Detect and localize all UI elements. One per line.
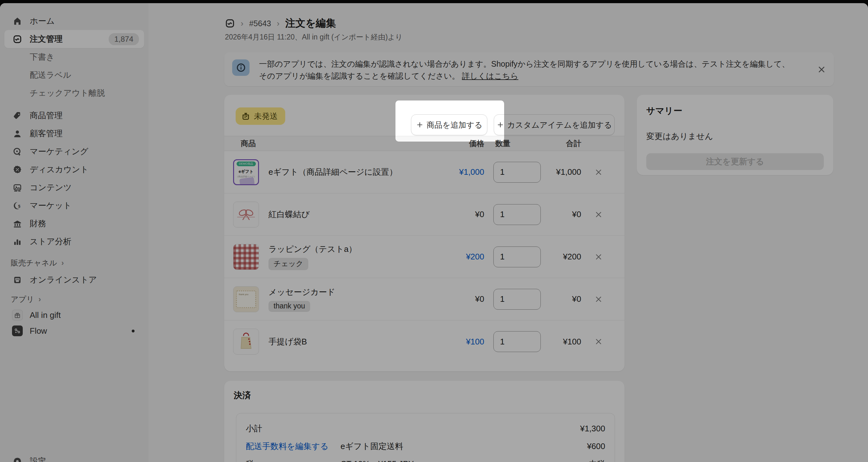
price-link[interactable]: ¥1,000 <box>459 167 484 177</box>
sidebar-item-markets[interactable]: $ マーケット <box>4 197 144 214</box>
table-row: DEMO商品 eギフト （商品詳細ページ） eギフト（商品詳細ページに設置） ¥… <box>224 151 624 193</box>
payment-row-detail: eギフト固定送料 <box>341 441 526 452</box>
line-total: ¥100 <box>541 337 581 347</box>
payment-summary-box: 小計 ¥1,300 配送手数料を編集する eギフト固定送料 ¥600 税 CT … <box>236 413 615 462</box>
payment-row-detail: CT 10%・¥155 JPY <box>341 459 526 462</box>
breadcrumb: › #5643 › 注文を編集 <box>225 17 336 30</box>
product-thumbnail-gingham <box>233 244 259 270</box>
sidebar-item-discounts[interactable]: ディスカウント <box>4 161 144 178</box>
sidebar-item-drafts[interactable]: 下書き <box>4 48 144 66</box>
product-name[interactable]: 手提げ袋B <box>268 336 436 347</box>
image-icon <box>12 182 23 193</box>
plus-icon <box>497 121 504 128</box>
main-content: › #5643 › 注文を編集 2026年4月16日 11:20、All in … <box>149 3 868 462</box>
column-total: 合計 <box>541 138 581 148</box>
unfulfilled-icon <box>241 112 250 121</box>
add-product-button[interactable]: 商品を追加する <box>411 114 487 135</box>
product-name[interactable]: eギフト（商品詳細ページに設置） <box>268 167 436 178</box>
add-custom-item-button[interactable]: カスタムアイテムを追加する <box>494 114 615 135</box>
order-items-card: 未発送 商品を追加する カスタムアイテムを追加する 商品 価格 数量 合計 <box>224 95 624 371</box>
globe-dollar-icon: $ <box>12 200 23 211</box>
sidebar-item-all-in-gift[interactable]: All in gift <box>4 307 144 323</box>
page-title: 注文を編集 <box>285 17 336 30</box>
variant-badge: チェック <box>269 258 308 270</box>
sidebar-item-label: ホーム <box>30 16 55 27</box>
remove-item-icon[interactable] <box>581 168 616 177</box>
sidebar-item-settings[interactable]: 設定 <box>4 452 144 462</box>
storefront-icon <box>12 275 23 285</box>
update-order-button[interactable]: 注文を更新する <box>646 153 824 170</box>
items-table-header: 商品 価格 数量 合計 <box>224 136 624 151</box>
product-name[interactable]: メッセージカード <box>269 287 436 298</box>
sidebar-item-content[interactable]: コンテンツ <box>4 178 144 197</box>
product-thumbnail-bag <box>233 329 259 354</box>
product-name[interactable]: 紅白蝶結び <box>268 209 436 220</box>
items-table-body: DEMO商品 eギフト （商品詳細ページ） eギフト（商品詳細ページに設置） ¥… <box>224 151 624 363</box>
orders-icon <box>12 34 23 45</box>
sidebar-item-shipping-labels[interactable]: 配送ラベル <box>4 66 144 84</box>
fulfillment-status-badge: 未発送 <box>236 108 285 125</box>
table-row: 紅白蝶結び ¥0 ¥0 <box>224 193 624 236</box>
quantity-input[interactable] <box>493 247 541 267</box>
line-total: ¥1,000 <box>541 167 581 177</box>
sidebar-section-sales-channels[interactable]: 販売チャネル › <box>4 255 144 271</box>
price-link[interactable]: ¥100 <box>466 337 484 346</box>
summary-title: サマリー <box>646 105 824 117</box>
banner-close-icon[interactable] <box>817 65 826 74</box>
column-quantity: 数量 <box>493 138 541 148</box>
flow-app-icon <box>12 325 23 336</box>
svg-text:$: $ <box>18 204 21 208</box>
home-icon <box>12 16 23 27</box>
quantity-input[interactable] <box>493 162 541 183</box>
product-name[interactable]: ラッピング（テストa） <box>269 243 436 255</box>
sidebar-item-products[interactable]: 商品管理 <box>4 107 144 124</box>
remove-item-icon[interactable] <box>581 337 616 346</box>
info-banner: 一部のアプリでは、注文の編集が認識されない場合があります。Shopifyから注文… <box>224 52 834 86</box>
sidebar-item-flow[interactable]: Flow <box>4 323 144 339</box>
sidebar-item-home[interactable]: ホーム <box>4 12 144 30</box>
quantity-input[interactable] <box>493 204 541 225</box>
table-row: thank you メッセージカード thank you ¥0 ¥0 <box>224 278 624 320</box>
edit-shipping-fee-link[interactable]: 配送手数料を編集する <box>246 441 341 452</box>
breadcrumb-order-number[interactable]: #5643 <box>249 19 271 28</box>
chevron-right-icon: › <box>38 295 41 304</box>
price-link[interactable]: ¥200 <box>466 252 484 261</box>
banner-learn-more-link[interactable]: 詳しくはこちら <box>462 71 519 80</box>
payment-row-tax: 税 CT 10%・¥155 JPY 内税 <box>246 455 605 462</box>
flow-notification-dot <box>132 329 134 333</box>
payment-row-subtotal: 小計 ¥1,300 <box>246 420 605 437</box>
summary-card: サマリー 変更はありません 注文を更新する <box>637 95 833 175</box>
payment-card: 決済 小計 ¥1,300 配送手数料を編集する eギフト固定送料 ¥600 税 … <box>224 381 624 462</box>
price-text: ¥0 <box>436 209 484 219</box>
payment-row-shipping: 配送手数料を編集する eギフト固定送料 ¥600 <box>246 437 605 455</box>
sidebar-item-online-store[interactable]: オンラインストア <box>4 271 144 289</box>
remove-item-icon[interactable] <box>581 295 616 304</box>
tag-icon <box>12 110 23 121</box>
sidebar-item-finance[interactable]: 財務 <box>4 214 144 233</box>
column-product: 商品 <box>233 138 436 148</box>
payment-row-label: 税 <box>246 459 341 462</box>
sidebar-item-marketing[interactable]: マーケティング <box>4 143 144 161</box>
bank-icon <box>12 219 23 229</box>
quantity-input[interactable] <box>493 289 541 310</box>
breadcrumb-separator: › <box>241 19 244 28</box>
sidebar-item-customers[interactable]: 顧客管理 <box>4 124 144 143</box>
remove-item-icon[interactable] <box>581 210 616 219</box>
line-total: ¥0 <box>541 209 581 219</box>
payment-row-value: ¥1,300 <box>526 424 605 434</box>
product-thumbnail-message-card: thank you <box>233 286 259 312</box>
sidebar-item-abandoned-checkouts[interactable]: チェックアウト離脱 <box>4 84 144 102</box>
sidebar-item-orders[interactable]: 注文管理 1,874 <box>4 30 144 48</box>
plus-icon <box>416 121 424 128</box>
sidebar-item-analytics[interactable]: ストア分析 <box>4 233 144 251</box>
column-price: 価格 <box>436 138 484 148</box>
orders-breadcrumb-icon[interactable] <box>225 18 235 28</box>
bar-chart-icon <box>12 236 23 247</box>
product-thumbnail-egift: DEMO商品 eギフト （商品詳細ページ） <box>233 159 259 185</box>
table-row: 手提げ袋B ¥100 ¥100 <box>224 320 624 363</box>
payment-row-label: 小計 <box>246 423 341 434</box>
sidebar-section-apps[interactable]: アプリ › <box>4 291 144 307</box>
remove-item-icon[interactable] <box>581 253 616 261</box>
quantity-input[interactable] <box>493 331 541 352</box>
table-row: ラッピング（テストa） チェック ¥200 ¥200 <box>224 236 624 278</box>
